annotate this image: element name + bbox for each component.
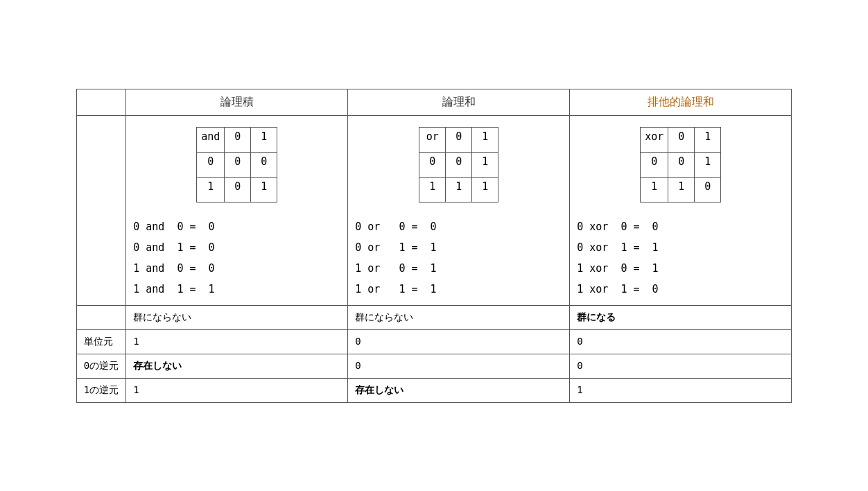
header-xor: 排他的論理和 xyxy=(570,89,792,115)
and-r12: 1 xyxy=(251,177,277,202)
main-table: 論理積 論理和 排他的論理和 and 0 1 0 0 0 xyxy=(76,89,792,403)
or-h1: 0 xyxy=(446,127,472,152)
group-label xyxy=(76,305,125,329)
and-h0: and xyxy=(197,127,225,152)
inverse1-label: 1の逆元 xyxy=(76,378,125,402)
or-equations: 0 or 0 = 0 0 or 1 = 1 1 or 0 = 1 1 or 1 … xyxy=(355,216,562,300)
and-eq-0: 0 and 0 = 0 xyxy=(133,216,340,237)
xor-eq-2: 1 xor 0 = 1 xyxy=(577,258,784,279)
or-inverse0: 0 xyxy=(348,354,570,378)
or-eq-2: 1 or 0 = 1 xyxy=(355,258,562,279)
and-r01: 0 xyxy=(225,152,251,177)
xor-h2: 1 xyxy=(695,127,721,152)
xor-identity: 0 xyxy=(570,329,792,354)
xor-r11: 1 xyxy=(668,177,695,202)
and-inverse1: 1 xyxy=(126,378,348,402)
main-row-label xyxy=(76,115,125,305)
xor-h0: xor xyxy=(641,127,668,152)
and-r00: 0 xyxy=(197,152,225,177)
xor-group: 群になる xyxy=(570,305,792,329)
and-r11: 0 xyxy=(225,177,251,202)
or-content-cell: or 0 1 0 0 1 1 1 1 0 xyxy=(348,115,570,305)
and-identity: 1 xyxy=(126,329,348,354)
xor-inverse1: 1 xyxy=(570,378,792,402)
or-identity: 0 xyxy=(348,329,570,354)
or-r00: 0 xyxy=(419,152,446,177)
xor-r00: 0 xyxy=(641,152,668,177)
header-and: 論理積 xyxy=(126,89,348,115)
and-h1: 0 xyxy=(225,127,251,152)
xor-r10: 1 xyxy=(641,177,668,202)
xor-eq-0: 0 xor 0 = 0 xyxy=(577,216,784,237)
xor-r02: 1 xyxy=(695,152,721,177)
or-eq-3: 1 or 1 = 1 xyxy=(355,279,562,300)
and-truth-table: and 0 1 0 0 0 1 0 1 xyxy=(196,127,277,203)
or-truth-table: or 0 1 0 0 1 1 1 1 xyxy=(419,127,498,203)
inverse0-label: 0の逆元 xyxy=(76,354,125,378)
xor-eq-3: 1 xor 1 = 0 xyxy=(577,279,784,300)
or-r01: 0 xyxy=(446,152,472,177)
and-inverse0: 存在しない xyxy=(126,354,348,378)
xor-equations: 0 xor 0 = 0 0 xor 1 = 1 1 xor 0 = 1 1 xo… xyxy=(577,216,784,300)
xor-r12: 0 xyxy=(695,177,721,202)
and-group: 群にならない xyxy=(126,305,348,329)
or-h2: 1 xyxy=(472,127,498,152)
or-r10: 1 xyxy=(419,177,446,202)
or-h0: or xyxy=(419,127,446,152)
and-r10: 1 xyxy=(197,177,225,202)
or-r11: 1 xyxy=(446,177,472,202)
identity-label: 単位元 xyxy=(76,329,125,354)
xor-r01: 0 xyxy=(668,152,695,177)
xor-h1: 0 xyxy=(668,127,695,152)
header-or: 論理和 xyxy=(348,89,570,115)
and-r02: 0 xyxy=(251,152,277,177)
corner-cell xyxy=(76,89,125,115)
and-eq-2: 1 and 0 = 0 xyxy=(133,258,340,279)
and-eq-3: 1 and 1 = 1 xyxy=(133,279,340,300)
and-h2: 1 xyxy=(251,127,277,152)
or-group: 群にならない xyxy=(348,305,570,329)
or-inverse1: 存在しない xyxy=(348,378,570,402)
xor-truth-table: xor 0 1 0 0 1 1 1 0 xyxy=(640,127,721,203)
or-r12: 1 xyxy=(472,177,498,202)
xor-content-cell: xor 0 1 0 0 1 1 1 0 0 xyxy=(570,115,792,305)
and-content-cell: and 0 1 0 0 0 1 0 1 0 xyxy=(126,115,348,305)
or-r02: 1 xyxy=(472,152,498,177)
or-eq-1: 0 or 1 = 1 xyxy=(355,237,562,258)
or-eq-0: 0 or 0 = 0 xyxy=(355,216,562,237)
xor-inverse0: 0 xyxy=(570,354,792,378)
xor-eq-1: 0 xor 1 = 1 xyxy=(577,237,784,258)
and-eq-1: 0 and 1 = 0 xyxy=(133,237,340,258)
and-equations: 0 and 0 = 0 0 and 1 = 0 1 and 0 = 0 1 an… xyxy=(133,216,340,300)
